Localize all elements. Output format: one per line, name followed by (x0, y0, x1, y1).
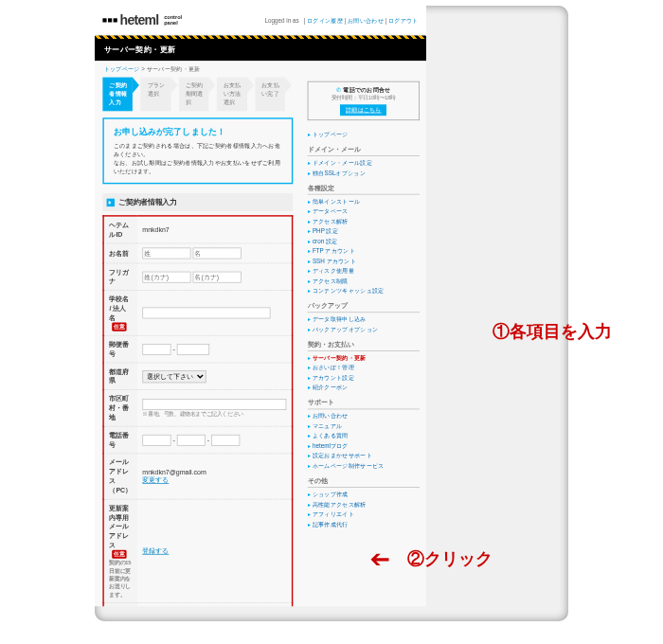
tel-more-link[interactable]: 詳細はこちら (340, 104, 386, 116)
sidebar-link[interactable]: アクセス解析 (313, 218, 349, 224)
sidebar-link[interactable]: 簡単インストール (313, 198, 360, 205)
sidebar-link[interactable]: SSH アカウント (313, 258, 356, 264)
step-3: ご契約期間選択 (179, 78, 209, 112)
sidebar-item: よくある質問 (308, 431, 420, 441)
name-mei-input[interactable] (192, 248, 241, 259)
sidebar-item: ドメイン・メール設定 (308, 158, 420, 169)
sidebar-item: cron 設定 (308, 237, 420, 246)
sidebar-item: データ取得申し込み (308, 314, 420, 325)
breadcrumb-top[interactable]: トップページ (104, 65, 140, 72)
sidebar-link[interactable]: データ取得申し込み (313, 316, 367, 323)
sidebar-item: FTP アカウント (308, 246, 420, 257)
sidebar-item: PHP 設定 (308, 226, 420, 237)
sidebar-link[interactable]: サーバー契約・更新 (313, 354, 367, 361)
step-2: プラン選択 (141, 78, 171, 112)
tel2-input[interactable] (177, 435, 206, 446)
sidebar-item: SSH アカウント (308, 257, 420, 267)
step-indicator: ご契約者情報入力 プラン選択 ご契約期間選択 お支払い方法選択 お支払い完了 (102, 78, 293, 112)
sidebar-item: マニュアル (308, 421, 420, 432)
register-update-mail-link[interactable]: 登録する (142, 547, 169, 555)
sidebar-item: 簡単インストール (308, 197, 420, 207)
lbl-id: ヘテムルID (103, 216, 137, 243)
tel3-input[interactable] (211, 435, 240, 446)
sidebar-item: 記事作成代行 (308, 520, 420, 530)
notice-box: お申し込みが完了しました！ このままご契約される場合は、下記ご契約者様情報入力へ… (102, 117, 293, 184)
sidebar-item: アフィリエイト (308, 510, 420, 520)
tel1-input[interactable] (142, 435, 170, 446)
sidebar-link[interactable]: アフィリエイト (313, 510, 354, 517)
top-links: Logged in as | ログイン履歴 | お問い合わせ | ログアウト (264, 16, 418, 25)
breadcrumb: トップページ > サーバー契約・更新 (95, 61, 426, 78)
city-input[interactable] (142, 399, 286, 410)
sidebar-item: 紹介クーポン (308, 383, 420, 393)
contract-form: ヘテムルID mnkdkn7 お名前 フリガナ 学校名 / 法人名任意 郵便番号 (102, 215, 293, 606)
sidebar-link[interactable]: 独自SSLオプション (313, 170, 366, 176)
sidebar-link[interactable]: コンテンツキャッシュ設定 (313, 288, 385, 295)
sidebar-item: サーバー契約・更新 (308, 353, 420, 364)
sidebar-link[interactable]: PHP 設定 (313, 227, 338, 234)
page-title: サーバー契約・更新 (95, 39, 426, 61)
contact-link[interactable]: お問い合わせ (348, 17, 384, 24)
change-mail-link[interactable]: 変更する (142, 476, 169, 484)
logout-link[interactable]: ログアウト (388, 17, 419, 24)
top-bar: heteml controlpanel Logged in as | ログイン履… (95, 6, 426, 36)
sidebar-link[interactable]: hetemlブログ (313, 442, 349, 449)
step-1: ご契約者情報入力 (102, 78, 133, 112)
notice-title: お申し込みが完了しました！ (114, 126, 282, 138)
sidebar-link[interactable]: データベース (313, 207, 349, 214)
sidebar-item: ショップ作成 (308, 490, 420, 500)
sidebar-item: データベース (308, 206, 420, 217)
sidebar-item: コンテンツキャッシュ設定 (308, 286, 420, 296)
sidebar-link[interactable]: アカウント設定 (313, 374, 354, 381)
pref-select[interactable]: 選択して下さい (142, 370, 206, 383)
org-input[interactable] (142, 308, 270, 319)
sidebar-link[interactable]: よくある質問 (313, 433, 349, 439)
sidebar-link[interactable]: マニュアル (313, 422, 343, 429)
sidebar-link[interactable]: おさいぽ！管理 (313, 365, 354, 371)
tel-box: ✆ 電話でのお問合せ 受付時間：平日10時〜18時 詳細はこちら (308, 81, 420, 120)
sidebar-item: 高性能アクセス解析 (308, 500, 420, 510)
sidebar-link[interactable]: ドメイン・メール設定 (313, 159, 372, 166)
sidebar-link[interactable]: cron 設定 (313, 238, 338, 244)
sidebar-item: アクセス制限 (308, 277, 420, 287)
section-header: ご契約者情報入力 (102, 193, 293, 211)
sidebar-link[interactable]: バックアップオプション (313, 326, 378, 332)
sidebar-link[interactable]: 記事作成代行 (313, 521, 349, 528)
brand-logo: heteml controlpanel (102, 12, 182, 27)
zip2-input[interactable] (177, 344, 209, 355)
logged-in-label: Logged in as (264, 17, 298, 24)
sidebar-link[interactable]: ホームページ制作サービス (313, 462, 385, 469)
login-history-link[interactable]: ログイン履歴 (307, 17, 343, 24)
sidebar-link[interactable]: 紹介クーポン (313, 385, 349, 391)
sidebar-item: アカウント設定 (308, 373, 420, 384)
sidebar-link[interactable]: アクセス制限 (313, 277, 349, 284)
sidebar-link[interactable]: 高性能アクセス解析 (313, 501, 367, 508)
kana-sei-input[interactable] (142, 271, 190, 282)
kana-mei-input[interactable] (192, 271, 241, 282)
sidebar-item: アクセス解析 (308, 217, 420, 227)
val-id: mnkdkn7 (137, 216, 293, 243)
sidebar-item: hetemlブログ (308, 441, 420, 452)
arrow-icon: ➔ (369, 545, 390, 574)
sidebar-link[interactable]: ディスク使用量 (313, 268, 354, 275)
sidebar-item: おさいぽ！管理 (308, 363, 420, 373)
name-sei-input[interactable] (142, 248, 190, 259)
sidebar-link[interactable]: 設定おまかせサポート (313, 453, 372, 459)
sidebar-item: ホームページ制作サービス (308, 461, 420, 472)
zip1-input[interactable] (142, 344, 170, 355)
sidebar-item: トップページ (308, 130, 420, 140)
annotation-2: ②クリック (407, 547, 493, 570)
chevron-right-icon (107, 198, 115, 206)
sidebar-item: バックアップオプション (308, 325, 420, 335)
sidebar-link[interactable]: トップページ (313, 131, 349, 137)
sidebar-link[interactable]: お問い合わせ (313, 413, 349, 420)
sidebar-item: 設定おまかせサポート (308, 451, 420, 461)
step-4: お支払い方法選択 (217, 78, 247, 112)
sidebar-link[interactable]: FTP アカウント (313, 247, 355, 254)
annotation-1: ①各項目を入力 (493, 320, 612, 343)
sidebar-item: お問い合わせ (308, 411, 420, 421)
sidebar-link[interactable]: ショップ作成 (313, 491, 349, 497)
phone-icon: ✆ (336, 86, 342, 93)
sidebar-item: 独自SSLオプション (308, 169, 420, 179)
sidebar-item: ディスク使用量 (308, 266, 420, 277)
